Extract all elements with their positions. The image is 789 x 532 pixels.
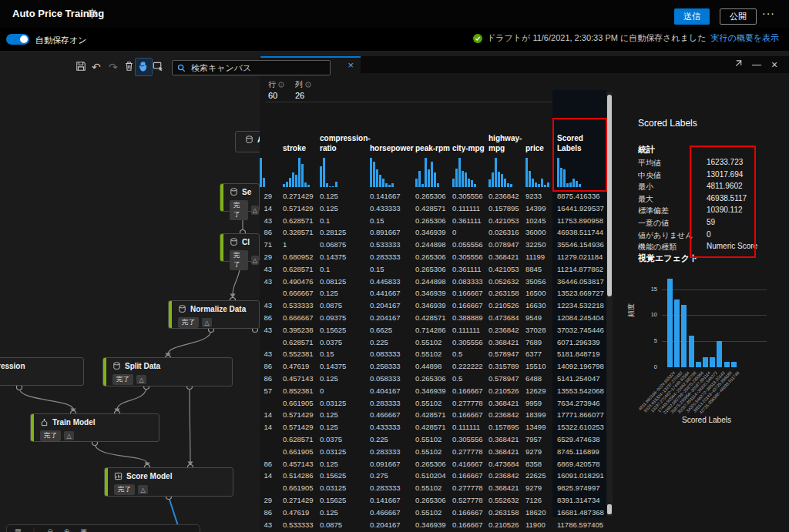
- node-output-icon[interactable]: △: [138, 485, 148, 494]
- histogram-bar: [388, 185, 391, 187]
- expand-panel-icon[interactable]: [734, 59, 745, 70]
- publish-button[interactable]: 公開: [720, 8, 757, 25]
- table-cell: 0.210526: [489, 520, 529, 529]
- column-header-price[interactable]: price: [525, 121, 556, 153]
- tab-close-icon[interactable]: ×: [347, 62, 354, 69]
- node-split-data[interactable]: Split Data完了△: [102, 357, 233, 386]
- table-cell: 0.125: [320, 289, 368, 297]
- minimize-panel-icon[interactable]: —: [751, 59, 762, 70]
- submit-button[interactable]: 送信: [674, 8, 710, 25]
- histogram-bar: [489, 179, 491, 187]
- zoom-out-icon[interactable]: ⊖: [47, 527, 53, 532]
- table-cell: 36446.053817: [557, 277, 606, 286]
- node-output-icon[interactable]: △: [202, 318, 212, 327]
- table-cell: 9233: [525, 192, 553, 200]
- node-output-icon[interactable]: △: [251, 206, 259, 215]
- table-cell: 0.157895: [489, 423, 529, 431]
- table-cell: 0.315789: [489, 362, 529, 370]
- scrollbar-thumb-bottom[interactable]: [607, 504, 612, 514]
- canvas-search-box[interactable]: [172, 60, 331, 75]
- node-normalize-data[interactable]: Normalize Data完了△: [168, 300, 260, 329]
- table-row: 140.5714290.1250.4333330.4285710.1111110…: [260, 423, 614, 433]
- table-cell: 0.15625: [320, 496, 368, 504]
- select-tool-icon[interactable]: [153, 61, 164, 72]
- table-row: 430.4904760.081250.4458330.2448980.08333…: [260, 277, 614, 287]
- node-done-badge: 完了: [230, 200, 248, 220]
- node-label: ression: [0, 362, 25, 370]
- table-cell: 0.265306: [415, 265, 450, 273]
- table-cell: 22625: [525, 471, 553, 480]
- column-header-stroke[interactable]: stroke: [283, 121, 321, 153]
- y-axis-label: 頻度: [626, 303, 636, 317]
- node-score-model[interactable]: Score Model完了△: [104, 467, 233, 497]
- redo-icon[interactable]: ↷: [109, 61, 120, 72]
- chart-bar: [710, 357, 715, 368]
- node-title: Se: [230, 188, 251, 196]
- table-cell: 0.55102: [415, 350, 450, 358]
- run-overview-link[interactable]: 実行の概要を表示: [710, 32, 779, 44]
- node-label: Se: [242, 188, 251, 196]
- canvas-zoom-toolbar[interactable]: ▦ │ ⊖ ⊕ ▣: [6, 524, 200, 532]
- histogram-bar: [286, 182, 288, 187]
- table-cell: 7126: [525, 496, 553, 504]
- zoom-in-icon[interactable]: ⊕: [64, 527, 70, 532]
- search-input[interactable]: [190, 62, 308, 73]
- table-cell: 86: [260, 460, 272, 468]
- table-cell: 9959: [525, 399, 553, 407]
- undo-icon[interactable]: ↶: [92, 61, 103, 72]
- node-linear-regression[interactable]: ression: [0, 357, 84, 386]
- column-header-scored-labels[interactable]: Scored Labels: [557, 121, 609, 153]
- delete-icon[interactable]: [124, 61, 136, 72]
- table-cell: 0.083333: [370, 350, 415, 358]
- column-header-horsepower[interactable]: horsepower: [370, 121, 418, 153]
- close-panel-icon[interactable]: ×: [769, 59, 780, 70]
- save-icon[interactable]: [76, 61, 87, 72]
- node-status-row: 完了△: [114, 484, 148, 495]
- table-row: 140.5714290.1250.4333330.4285710.1111110…: [260, 204, 614, 214]
- stat-label: 一意の値: [638, 218, 669, 229]
- histogram-bar: [425, 158, 427, 187]
- table-row: 290.2714290.1250.1416670.2653060.3055560…: [260, 192, 614, 202]
- column-header-city-mpg[interactable]: city-mpg: [452, 121, 489, 153]
- node-select-columns[interactable]: Se完了△: [220, 183, 260, 212]
- table-cell: 0.1: [320, 216, 368, 225]
- autosave-label: 自動保存オン: [35, 35, 87, 46]
- node-output-icon[interactable]: △: [64, 431, 74, 440]
- column-histogram: [320, 156, 368, 187]
- fit-to-screen-icon[interactable]: ▣: [80, 527, 87, 532]
- table-cell: 7689: [525, 338, 553, 346]
- column-histogram: [283, 156, 318, 187]
- table-cell: 0.141667: [370, 192, 415, 200]
- table-cell: 0.204167: [370, 301, 415, 309]
- scrollbar-thumb[interactable]: [607, 95, 612, 296]
- table-cell: 0.55102: [415, 399, 450, 407]
- node-train-model[interactable]: Train Model完了△: [30, 413, 159, 442]
- settings-gear-icon[interactable]: [86, 8, 98, 19]
- table-cell: 16091.018291: [557, 471, 606, 480]
- histogram-bar: [421, 184, 424, 187]
- minimap-icon[interactable]: ▦: [15, 527, 22, 532]
- table-cell: 16681.487368: [557, 508, 606, 517]
- column-header-peak-rpm[interactable]: peak-rpm: [415, 121, 453, 153]
- histogram-bar: [492, 172, 494, 187]
- node-output-icon[interactable]: △: [136, 375, 146, 384]
- table-cell: 0.47619: [283, 508, 318, 517]
- table-cell: 0.421053: [489, 265, 529, 273]
- more-menu-button[interactable]: ···: [757, 6, 780, 20]
- histogram-bar: [455, 169, 458, 187]
- column-histogram: [415, 156, 450, 187]
- table-cell: 0.433333: [370, 423, 415, 431]
- node-clean-missing-data[interactable]: Cl完了△: [220, 233, 260, 262]
- pan-hand-tool-button[interactable]: [135, 58, 153, 76]
- node-output-icon[interactable]: △: [251, 256, 259, 265]
- histogram-bar: [507, 183, 509, 187]
- table-cell: 0.125: [320, 374, 368, 383]
- score-icon: [114, 472, 123, 480]
- table-row: 570.85238100.4041670.3469390.1666670.210…: [260, 386, 614, 396]
- table-vertical-scrollbar[interactable]: [606, 92, 613, 516]
- table-cell: 0.533333: [283, 301, 318, 309]
- column-header-compression-ratio[interactable]: compression-ratio: [320, 121, 371, 153]
- table-cell: 46938.511744: [557, 228, 606, 236]
- table-cell: 43: [260, 216, 272, 225]
- autosave-toggle[interactable]: [6, 34, 29, 45]
